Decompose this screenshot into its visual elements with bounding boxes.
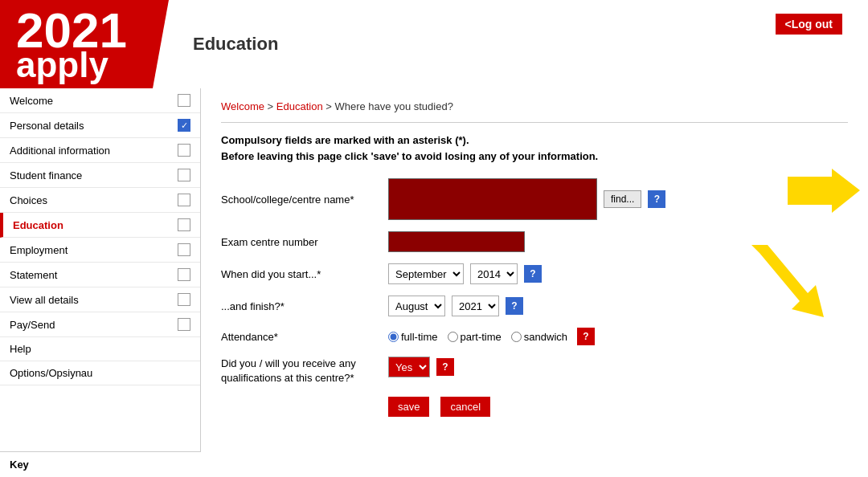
sidebar-item-label: View all details [10,294,79,306]
sidebar-item-student-finance[interactable]: Student finance [0,163,200,188]
sidebar-checkbox[interactable] [178,169,190,181]
sidebar-checkbox[interactable] [178,268,190,281]
notice: Compulsory fields are marked with an ast… [221,132,848,164]
sidebar-item-label: Pay/Send [10,319,55,331]
sidebar-item-label: Student finance [10,169,82,181]
school-input[interactable] [388,178,597,220]
sidebar-checkbox[interactable] [178,243,190,256]
attendance-parttime-text: part-time [461,331,502,343]
key-section: Key [0,451,201,477]
finish-label: ...and finish?* [221,300,382,312]
start-row: When did you start...* September 2014 ? [221,263,848,284]
find-button[interactable]: find... [604,190,641,208]
finish-month-select[interactable]: August [388,296,445,316]
attendance-sandwich-text: sandwich [524,331,567,343]
qualifications-label: Did you / will you receive any qualifica… [221,357,382,385]
exam-row: Exam centre number [221,231,848,252]
sidebar-item-statement[interactable]: Statement [0,263,200,287]
start-help-button[interactable]: ? [524,265,542,283]
sidebar-item-options-opsiynau[interactable]: Options/Opsiynau [0,361,200,385]
app-logo: 2021 apply [0,0,161,91]
sidebar-item-pay-send[interactable]: Pay/Send [0,312,200,337]
logout-button[interactable]: <Log out [774,12,845,36]
breadcrumb-current: Where have you studied? [334,100,452,112]
exam-input[interactable] [388,231,525,252]
save-button[interactable]: save [388,397,429,417]
attendance-label: Attendance* [221,331,382,343]
finish-row: ...and finish?* August 2021 ? [221,296,848,316]
sidebar-checkbox[interactable]: ✓ [178,119,190,132]
attendance-help-button[interactable]: ? [577,328,595,345]
breadcrumb-welcome[interactable]: Welcome [221,100,264,112]
sidebar-checkbox[interactable] [178,218,190,231]
sidebar-item-label: Choices [10,194,47,206]
sidebar-item-label: Options/Opsiynau [10,367,92,379]
sidebar: WelcomePersonal details✓Additional infor… [0,88,201,477]
sidebar-checkbox[interactable] [178,194,190,206]
start-year-select[interactable]: 2014 [470,263,518,284]
attendance-fulltime-radio[interactable] [388,332,399,342]
sidebar-checkbox[interactable] [178,293,190,306]
breadcrumb-education[interactable]: Education [276,100,323,112]
start-label: When did you start...* [221,268,382,280]
sidebar-item-help[interactable]: Help [0,337,200,361]
sidebar-item-label: Additional information [10,145,110,157]
main-layout: WelcomePersonal details✓Additional infor… [0,88,868,477]
header: 2021 apply Education <Log out [0,0,868,88]
notice-line2: Before leaving this page click 'save' to… [221,149,848,165]
action-row: save cancel [221,397,848,417]
cancel-button[interactable]: cancel [440,397,490,417]
sidebar-item-additional-information[interactable]: Additional information [0,138,200,163]
notice-line1: Compulsory fields are marked with an ast… [221,132,848,149]
attendance-sandwich-label[interactable]: sandwich [511,331,567,343]
sidebar-checkbox[interactable] [178,94,190,107]
sidebar-item-choices[interactable]: Choices [0,188,200,213]
attendance-radio-group: full-time part-time sandwich ? [388,328,595,345]
breadcrumb: Welcome > Education > Where have you stu… [221,100,848,112]
finish-help-button[interactable]: ? [506,297,523,315]
sidebar-item-view-all-details[interactable]: View all details [0,287,200,312]
school-help-button[interactable]: ? [648,190,665,208]
sidebar-item-label: Personal details [10,120,84,132]
school-label: School/college/centre name* [221,194,382,206]
sidebar-item-personal-details[interactable]: Personal details✓ [0,113,200,138]
school-row: School/college/centre name* find... ? [221,178,848,220]
sidebar-item-label: Education [13,219,63,231]
qualifications-help-button[interactable]: ? [436,358,454,376]
attendance-fulltime-text: full-time [401,331,438,343]
sidebar-item-employment[interactable]: Employment [0,238,200,263]
start-month-select[interactable]: September [388,263,464,284]
sidebar-item-label: Help [10,343,31,355]
sidebar-item-welcome[interactable]: Welcome [0,88,200,113]
sidebar-item-education[interactable]: Education [0,213,200,238]
sidebar-checkbox[interactable] [178,318,190,331]
sidebar-item-label: Statement [10,269,57,281]
exam-label: Exam centre number [221,236,382,248]
qualifications-row: Did you / will you receive any qualifica… [221,357,848,385]
attendance-sandwich-radio[interactable] [511,332,522,342]
page-title: Education [173,34,278,55]
sidebar-item-label: Employment [10,244,68,256]
qualifications-select[interactable]: Yes [388,357,430,377]
attendance-fulltime-label[interactable]: full-time [388,331,438,343]
finish-year-select[interactable]: 2021 [452,296,499,316]
sidebar-item-label: Welcome [10,95,53,107]
sidebar-checkbox[interactable] [178,144,190,157]
attendance-parttime-radio[interactable] [448,332,458,342]
key-label: Key [10,459,29,471]
content-area: Welcome > Education > Where have you stu… [201,88,868,477]
attendance-row: Attendance* full-time part-time sandwich… [221,328,848,345]
sidebar-items: WelcomePersonal details✓Additional infor… [0,88,200,477]
attendance-parttime-label[interactable]: part-time [448,331,502,343]
header-title-area: Education [153,0,868,88]
